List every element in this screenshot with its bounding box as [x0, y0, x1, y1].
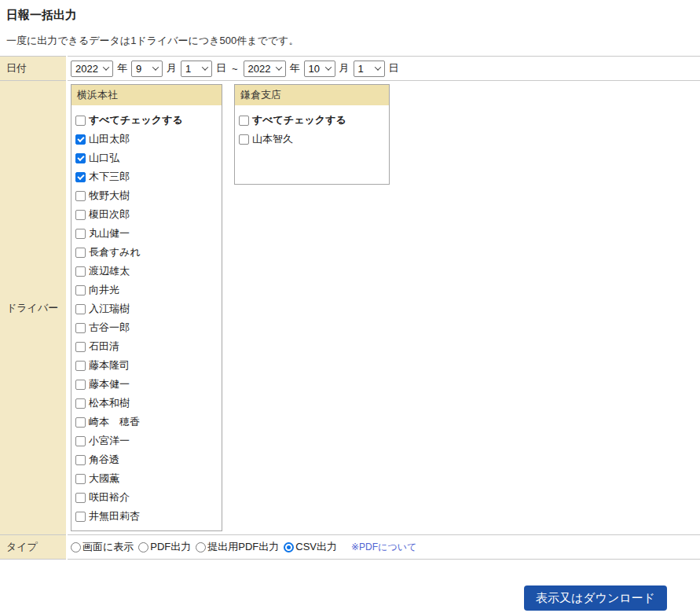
page-note: 一度に出力できるデータは1ドライバーにつき500件までです。 [0, 23, 700, 56]
display-or-download-button[interactable]: 表示又はダウンロード [524, 585, 667, 611]
type-radio[interactable] [284, 542, 294, 552]
type-option-label: PDF出力 [150, 540, 191, 554]
member-item[interactable]: 崎本 穂香 [75, 413, 218, 431]
start-year-value: 2022 [75, 63, 98, 75]
start-month-value: 9 [136, 63, 141, 75]
driver-group-0: 横浜本社すべてチェックする山田太郎山口弘木下三郎牧野大樹榎田次郎丸山健一長倉すみ… [71, 84, 222, 531]
date-range-separator: ~ [232, 63, 238, 75]
type-radio[interactable] [138, 542, 148, 552]
member-checkbox[interactable] [75, 134, 86, 145]
type-option-2[interactable]: 提出用PDF出力 [196, 540, 279, 554]
member-label: 榎田次郎 [89, 207, 130, 222]
member-item[interactable]: 松本和樹 [75, 394, 218, 413]
check-all-checkbox[interactable] [239, 116, 249, 126]
member-item[interactable]: 榎田次郎 [75, 205, 218, 224]
start-month-select[interactable]: 9 [131, 61, 163, 77]
member-item[interactable]: 小宮洋一 [75, 431, 218, 450]
member-label: 木下三郎 [89, 170, 130, 184]
check-all-label: すべてチェックする [252, 113, 346, 127]
member-item[interactable]: 山田太郎 [75, 130, 218, 149]
member-label: 古谷一郎 [89, 321, 130, 335]
driver-member-list: すべてチェックする山田太郎山口弘木下三郎牧野大樹榎田次郎丸山健一長倉すみれ渡辺雄… [71, 105, 222, 530]
member-item[interactable]: 井無田莉杏 [75, 507, 218, 526]
member-checkbox[interactable] [75, 210, 86, 220]
driver-group-1: 鎌倉支店すべてチェックする山本智久 [234, 84, 390, 185]
member-item[interactable]: 藤本健一 [75, 375, 218, 394]
member-item[interactable]: 大國薫 [75, 469, 218, 488]
check-all-label: すべてチェックする [89, 113, 183, 127]
member-item[interactable]: 角谷透 [75, 450, 218, 469]
year-unit-label: 年 [290, 61, 300, 75]
type-option-1[interactable]: PDF出力 [138, 540, 191, 554]
member-item[interactable]: 木下三郎 [75, 167, 218, 186]
member-item[interactable]: 渡辺雄太 [75, 262, 218, 281]
member-label: 向井光 [89, 283, 119, 297]
member-checkbox[interactable] [75, 323, 86, 333]
member-checkbox[interactable] [75, 172, 86, 182]
end-month-select[interactable]: 10 [304, 61, 335, 77]
month-unit-label: 月 [167, 61, 177, 75]
member-checkbox[interactable] [75, 229, 86, 239]
chevron-down-icon [103, 64, 109, 70]
check-all-checkbox[interactable] [75, 116, 86, 126]
pdf-info-link[interactable]: ※PDFについて [351, 541, 416, 554]
member-label: 角谷透 [89, 453, 119, 467]
start-year-select[interactable]: 2022 [71, 61, 113, 77]
type-radio[interactable] [71, 542, 81, 552]
type-option-label: 提出用PDF出力 [207, 540, 279, 554]
member-checkbox[interactable] [75, 285, 86, 295]
member-item[interactable]: 丸山健一 [75, 224, 218, 243]
member-checkbox[interactable] [75, 361, 86, 371]
member-checkbox[interactable] [239, 134, 249, 145]
member-item[interactable]: 咲田裕介 [75, 488, 218, 507]
member-label: 小宮洋一 [89, 434, 130, 448]
member-item[interactable]: 古谷一郎 [75, 318, 218, 337]
month-unit-label: 月 [339, 61, 350, 75]
member-item[interactable]: 牧野大樹 [75, 186, 218, 205]
date-row-label: 日付 [0, 57, 67, 81]
member-checkbox[interactable] [75, 474, 86, 484]
member-checkbox[interactable] [75, 153, 86, 163]
end-day-value: 1 [358, 63, 364, 75]
member-checkbox[interactable] [75, 304, 86, 314]
check-all-item[interactable]: すべてチェックする [75, 111, 218, 130]
type-row-label: タイプ [0, 535, 67, 560]
member-checkbox[interactable] [75, 398, 86, 409]
chevron-down-icon [152, 64, 159, 70]
member-checkbox[interactable] [75, 248, 86, 258]
driver-groups: 横浜本社すべてチェックする山田太郎山口弘木下三郎牧野大樹榎田次郎丸山健一長倉すみ… [71, 84, 697, 531]
member-checkbox[interactable] [75, 191, 86, 201]
member-item[interactable]: 山口弘 [75, 149, 218, 167]
chevron-down-icon [275, 64, 281, 70]
member-label: 山田太郎 [89, 132, 130, 146]
member-checkbox[interactable] [75, 436, 86, 446]
member-checkbox[interactable] [75, 493, 86, 503]
member-label: 渡辺雄太 [89, 264, 130, 278]
driver-row-label: ドライバー [0, 81, 67, 535]
chevron-down-icon [324, 64, 331, 70]
day-unit-label: 日 [389, 61, 399, 75]
type-option-3[interactable]: CSV出力 [284, 540, 337, 554]
member-item[interactable]: 入江瑞樹 [75, 299, 218, 318]
type-option-0[interactable]: 画面に表示 [71, 540, 134, 554]
member-checkbox[interactable] [75, 417, 86, 428]
type-row: タイプ 画面に表示PDF出力提出用PDF出力CSV出力 ※PDFについて [0, 535, 700, 560]
end-year-select[interactable]: 2022 [244, 61, 286, 77]
end-day-select[interactable]: 1 [354, 61, 385, 77]
member-item[interactable]: 藤本隆司 [75, 356, 218, 375]
member-label: 長倉すみれ [89, 245, 141, 259]
member-item[interactable]: 向井光 [75, 281, 218, 299]
start-day-select[interactable]: 1 [181, 61, 212, 77]
member-item[interactable]: 長倉すみれ [75, 243, 218, 262]
member-checkbox[interactable] [75, 512, 86, 522]
member-checkbox[interactable] [75, 455, 86, 465]
check-all-item[interactable]: すべてチェックする [239, 111, 386, 130]
member-checkbox[interactable] [75, 266, 86, 277]
member-item[interactable]: 山本智久 [239, 130, 386, 149]
member-item[interactable]: 石田清 [75, 337, 218, 356]
member-checkbox[interactable] [75, 342, 86, 352]
type-radio[interactable] [196, 542, 206, 552]
driver-member-list: すべてチェックする山本智久 [235, 105, 389, 184]
member-label: 石田清 [89, 340, 119, 354]
member-checkbox[interactable] [75, 380, 86, 390]
